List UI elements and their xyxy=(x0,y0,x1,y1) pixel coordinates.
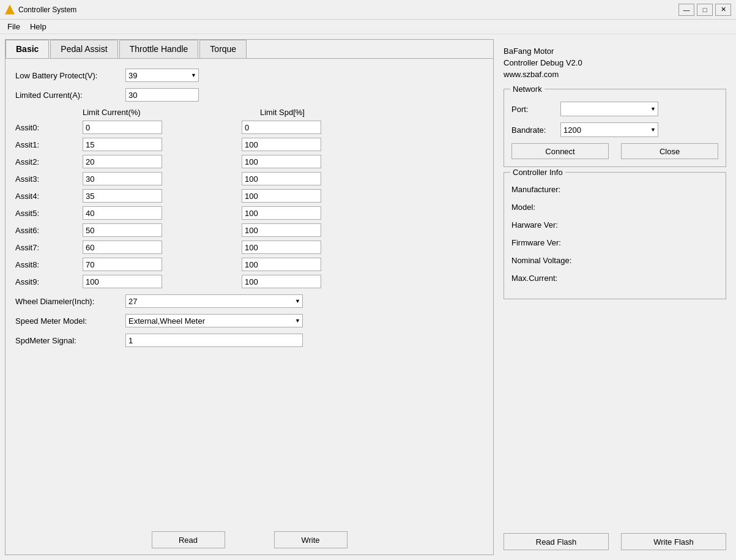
assist9-label: Assit9: xyxy=(15,277,83,286)
assist2-current-input[interactable]: 20 xyxy=(83,155,162,168)
assist7-spd-input[interactable]: 100 xyxy=(242,241,321,254)
assist4-spd-input[interactable]: 100 xyxy=(242,189,321,203)
brand-name: BaFang Motor xyxy=(504,47,726,56)
window-controls: — □ ✕ xyxy=(678,4,731,16)
hardware-ver-row: Harware Ver: xyxy=(511,220,718,230)
assist3-spd-input[interactable]: 100 xyxy=(242,172,321,185)
port-row: Port: xyxy=(511,102,718,116)
flash-buttons: Read Flash Write Flash xyxy=(504,533,726,550)
read-button[interactable]: Read xyxy=(152,531,225,548)
limited-current-label: Limited Current(A): xyxy=(15,91,125,100)
tab-torque[interactable]: Torque xyxy=(199,40,247,58)
assist5-current-input[interactable]: 40 xyxy=(83,206,162,220)
bandrate-select[interactable]: 1200 2400 4800 9600 19200 38400 xyxy=(560,122,658,137)
assist-row-3: Assit3: 30 100 xyxy=(15,172,483,185)
model-label: Model: xyxy=(511,203,591,212)
close-button[interactable]: Close xyxy=(621,143,718,159)
controller-info-group: Controller Info Manufacturer: Model: Har… xyxy=(504,172,726,299)
assist-header-row: Limit Current(%) Limit Spd[%] xyxy=(83,108,483,117)
port-select[interactable] xyxy=(560,102,658,116)
assist-row-8: Assit8: 70 100 xyxy=(15,258,483,271)
assist-row-1: Assit1: 15 100 xyxy=(15,138,483,151)
assist8-label: Assit8: xyxy=(15,260,83,269)
assist0-spd-input[interactable]: 0 xyxy=(242,121,321,134)
wheel-diameter-select[interactable]: 20 24 26 27 28 29 xyxy=(125,294,303,308)
bandrate-row: Bandrate: 1200 2400 4800 9600 19200 3840… xyxy=(511,122,718,137)
assist-row-7: Assit7: 60 100 xyxy=(15,241,483,254)
assist-row-5: Assit5: 40 100 xyxy=(15,206,483,220)
controller-info-title: Controller Info xyxy=(510,168,565,177)
wheel-diameter-label: Wheel Diameler(Inch): xyxy=(15,297,125,306)
close-button[interactable]: ✕ xyxy=(715,4,731,16)
write-button[interactable]: Write xyxy=(274,531,348,548)
firmware-ver-label: Firmware Ver: xyxy=(511,238,591,247)
assist1-label: Assit1: xyxy=(15,140,83,149)
tab-content-basic: Low Battery Protect(V): 36 37 38 39 40 4… xyxy=(6,59,493,525)
assist5-label: Assit5: xyxy=(15,209,83,218)
spd-meter-signal-row: SpdMeter Signal: 1 xyxy=(15,334,483,347)
left-panel: Basic Pedal Assist Throttle Handle Torqu… xyxy=(5,39,494,555)
assist-col2-header: Limit Spd[%] xyxy=(260,108,358,117)
assist-row-2: Assit2: 20 100 xyxy=(15,155,483,168)
assist8-current-input[interactable]: 70 xyxy=(83,258,162,271)
maximize-button[interactable]: □ xyxy=(697,4,713,16)
assist5-spd-input[interactable]: 100 xyxy=(242,206,321,220)
tab-basic[interactable]: Basic xyxy=(6,40,49,58)
app-icon xyxy=(5,5,15,15)
nominal-voltage-label: Nominal Voltage: xyxy=(511,256,591,265)
port-label: Port: xyxy=(511,105,560,114)
assist8-spd-input[interactable]: 100 xyxy=(242,258,321,271)
connect-button[interactable]: Connect xyxy=(511,143,609,159)
speed-meter-model-select[interactable]: Internal,Motor Meter External,Wheel Mete… xyxy=(125,314,303,327)
speed-meter-model-row: Speed Meter Model: Internal,Motor Meter … xyxy=(15,314,483,327)
bandrate-select-wrapper: 1200 2400 4800 9600 19200 38400 xyxy=(560,122,658,137)
assist3-label: Assit3: xyxy=(15,174,83,184)
assist-row-0: Assit0: 0 0 xyxy=(15,121,483,134)
low-battery-select[interactable]: 36 37 38 39 40 41 42 xyxy=(125,69,199,82)
title-bar: Controller System — □ ✕ xyxy=(0,0,736,20)
assist3-current-input[interactable]: 30 xyxy=(83,172,162,185)
model-row: Model: xyxy=(511,203,718,212)
tab-pedal-assist[interactable]: Pedal Assist xyxy=(50,40,117,58)
tab-throttle-handle[interactable]: Throttle Handle xyxy=(119,40,199,58)
low-battery-select-wrapper: 36 37 38 39 40 41 42 xyxy=(125,69,199,82)
low-battery-row: Low Battery Protect(V): 36 37 38 39 40 4… xyxy=(15,69,483,82)
network-buttons: Connect Close xyxy=(511,143,718,159)
network-group-title: Network xyxy=(510,84,545,94)
menu-help[interactable]: Help xyxy=(25,21,51,32)
limited-current-input[interactable]: 30 xyxy=(125,88,199,102)
network-group: Network Port: Bandrate: 1200 2400 xyxy=(504,89,726,167)
assist6-spd-input[interactable]: 100 xyxy=(242,223,321,237)
menu-file[interactable]: File xyxy=(2,21,25,32)
assist2-label: Assit2: xyxy=(15,157,83,166)
minimize-button[interactable]: — xyxy=(678,4,694,16)
firmware-ver-row: Firmware Ver: xyxy=(511,238,718,247)
assist6-current-input[interactable]: 50 xyxy=(83,223,162,237)
spd-meter-signal-input[interactable]: 1 xyxy=(125,334,303,347)
assist1-current-input[interactable]: 15 xyxy=(83,138,162,151)
website: www.szbaf.com xyxy=(504,70,726,79)
assist-col1-header: Limit Current(%) xyxy=(83,108,180,117)
read-flash-button[interactable]: Read Flash xyxy=(504,533,609,550)
main-content: Basic Pedal Assist Throttle Handle Torqu… xyxy=(0,34,736,560)
max-current-label: Max.Current: xyxy=(511,274,591,283)
brand-info: BaFang Motor Controller Debug V2.0 www.s… xyxy=(504,44,726,84)
wheel-diameter-row: Wheel Diameler(Inch): 20 24 26 27 28 29 xyxy=(15,294,483,308)
hardware-ver-label: Harware Ver: xyxy=(511,220,591,230)
assist9-current-input[interactable]: 100 xyxy=(83,275,162,288)
assist4-current-input[interactable]: 35 xyxy=(83,189,162,203)
write-flash-button[interactable]: Write Flash xyxy=(621,533,726,550)
window-title: Controller System xyxy=(18,6,678,14)
port-select-wrapper xyxy=(560,102,658,116)
assist2-spd-input[interactable]: 100 xyxy=(242,155,321,168)
spacer xyxy=(504,304,726,523)
debug-version: Controller Debug V2.0 xyxy=(504,58,726,67)
assist0-current-input[interactable]: 0 xyxy=(83,121,162,134)
assist9-spd-input[interactable]: 100 xyxy=(242,275,321,288)
assist1-spd-input[interactable]: 100 xyxy=(242,138,321,151)
limited-current-row: Limited Current(A): 30 xyxy=(15,88,483,102)
wheel-diameter-select-wrapper: 20 24 26 27 28 29 xyxy=(125,294,303,308)
speed-meter-model-label: Speed Meter Model: xyxy=(15,316,125,326)
low-battery-label: Low Battery Protect(V): xyxy=(15,71,125,80)
assist7-current-input[interactable]: 60 xyxy=(83,241,162,254)
